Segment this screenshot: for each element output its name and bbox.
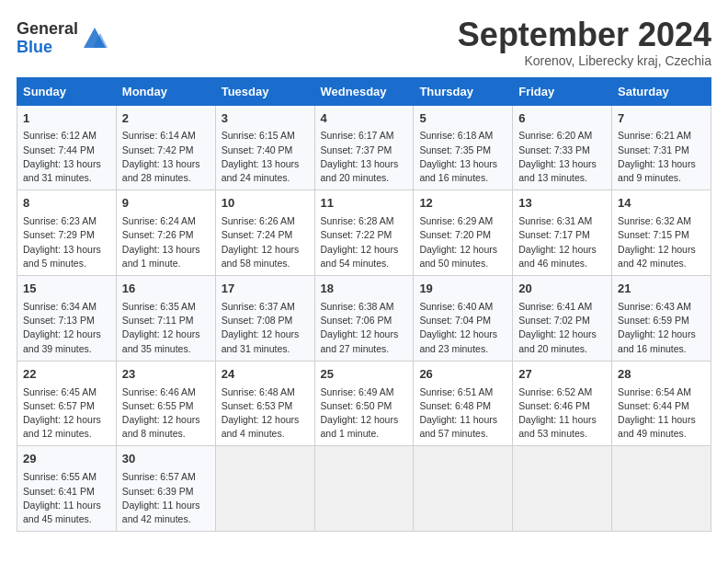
- calendar-cell: 19Sunrise: 6:40 AM Sunset: 7:04 PM Dayli…: [414, 276, 513, 362]
- calendar-cell: [513, 446, 612, 532]
- day-number: 8: [23, 195, 110, 213]
- month-title: September 2024: [458, 17, 711, 53]
- day-number: 11: [321, 195, 408, 213]
- day-number: 2: [122, 110, 210, 128]
- page: General Blue September 2024 Korenov, Lib…: [0, 0, 728, 548]
- day-number: 12: [419, 195, 506, 213]
- calendar-cell: 2Sunrise: 6:14 AM Sunset: 7:42 PM Daylig…: [116, 105, 215, 190]
- calendar-cell: [215, 446, 314, 532]
- calendar-cell: [612, 446, 711, 532]
- weekday-header-sunday: Sunday: [17, 77, 117, 105]
- day-info: Sunrise: 6:49 AM Sunset: 6:50 PM Dayligh…: [321, 385, 408, 442]
- day-info: Sunrise: 6:51 AM Sunset: 6:48 PM Dayligh…: [419, 385, 506, 442]
- day-number: 24: [222, 366, 309, 384]
- day-number: 14: [618, 195, 705, 213]
- logo-blue-text: Blue: [17, 39, 78, 57]
- header: General Blue September 2024 Korenov, Lib…: [17, 17, 711, 68]
- day-number: 17: [222, 281, 309, 298]
- calendar-cell: [414, 446, 513, 532]
- calendar-cell: 16Sunrise: 6:35 AM Sunset: 7:11 PM Dayli…: [116, 276, 215, 362]
- weekday-header-monday: Monday: [116, 77, 215, 105]
- day-info: Sunrise: 6:52 AM Sunset: 6:46 PM Dayligh…: [518, 385, 606, 442]
- day-info: Sunrise: 6:54 AM Sunset: 6:44 PM Dayligh…: [618, 385, 705, 442]
- day-number: 19: [419, 281, 506, 298]
- weekday-header-friday: Friday: [513, 77, 612, 105]
- day-number: 29: [23, 451, 110, 468]
- calendar-table: SundayMondayTuesdayWednesdayThursdayFrid…: [17, 77, 711, 533]
- day-info: Sunrise: 6:26 AM Sunset: 7:24 PM Dayligh…: [222, 214, 309, 270]
- weekday-header-thursday: Thursday: [414, 77, 513, 105]
- day-number: 6: [518, 110, 606, 128]
- calendar-cell: 4Sunrise: 6:17 AM Sunset: 7:37 PM Daylig…: [314, 105, 414, 190]
- calendar-cell: 7Sunrise: 6:21 AM Sunset: 7:31 PM Daylig…: [612, 105, 711, 190]
- day-number: 30: [122, 451, 210, 468]
- day-number: 4: [321, 110, 408, 128]
- calendar-cell: 17Sunrise: 6:37 AM Sunset: 7:08 PM Dayli…: [215, 276, 314, 362]
- logo-general-text: General: [17, 20, 78, 39]
- day-number: 15: [23, 281, 110, 298]
- day-info: Sunrise: 6:37 AM Sunset: 7:08 PM Dayligh…: [222, 300, 309, 356]
- calendar-cell: 13Sunrise: 6:31 AM Sunset: 7:17 PM Dayli…: [513, 190, 612, 276]
- day-number: 10: [222, 195, 309, 213]
- calendar-cell: 8Sunrise: 6:23 AM Sunset: 7:29 PM Daylig…: [17, 190, 117, 276]
- day-info: Sunrise: 6:18 AM Sunset: 7:35 PM Dayligh…: [419, 129, 506, 185]
- logo-icon: [82, 26, 108, 52]
- day-info: Sunrise: 6:55 AM Sunset: 6:41 PM Dayligh…: [23, 470, 110, 526]
- weekday-header-row: SundayMondayTuesdayWednesdayThursdayFrid…: [17, 77, 711, 105]
- day-info: Sunrise: 6:17 AM Sunset: 7:37 PM Dayligh…: [321, 129, 408, 185]
- day-info: Sunrise: 6:40 AM Sunset: 7:04 PM Dayligh…: [419, 300, 506, 356]
- calendar-cell: 11Sunrise: 6:28 AM Sunset: 7:22 PM Dayli…: [314, 190, 414, 276]
- calendar-cell: 29Sunrise: 6:55 AM Sunset: 6:41 PM Dayli…: [17, 446, 117, 532]
- day-info: Sunrise: 6:15 AM Sunset: 7:40 PM Dayligh…: [222, 129, 309, 185]
- day-number: 13: [518, 195, 606, 213]
- day-number: 20: [518, 281, 606, 298]
- day-number: 23: [122, 366, 210, 384]
- logo: General Blue: [17, 20, 108, 57]
- day-info: Sunrise: 6:21 AM Sunset: 7:31 PM Dayligh…: [618, 129, 705, 185]
- calendar-week-row: 1Sunrise: 6:12 AM Sunset: 7:44 PM Daylig…: [17, 105, 711, 190]
- calendar-week-row: 8Sunrise: 6:23 AM Sunset: 7:29 PM Daylig…: [17, 190, 711, 276]
- day-number: 26: [419, 366, 506, 384]
- calendar-cell: 10Sunrise: 6:26 AM Sunset: 7:24 PM Dayli…: [215, 190, 314, 276]
- day-number: 18: [321, 281, 408, 298]
- calendar-cell: 15Sunrise: 6:34 AM Sunset: 7:13 PM Dayli…: [17, 276, 117, 362]
- calendar-cell: 25Sunrise: 6:49 AM Sunset: 6:50 PM Dayli…: [314, 361, 414, 446]
- calendar-cell: 24Sunrise: 6:48 AM Sunset: 6:53 PM Dayli…: [215, 361, 314, 446]
- calendar-cell: 12Sunrise: 6:29 AM Sunset: 7:20 PM Dayli…: [414, 190, 513, 276]
- calendar-cell: 28Sunrise: 6:54 AM Sunset: 6:44 PM Dayli…: [612, 361, 711, 446]
- calendar-cell: 18Sunrise: 6:38 AM Sunset: 7:06 PM Dayli…: [314, 276, 414, 362]
- day-info: Sunrise: 6:46 AM Sunset: 6:55 PM Dayligh…: [122, 385, 210, 442]
- day-info: Sunrise: 6:32 AM Sunset: 7:15 PM Dayligh…: [618, 214, 705, 270]
- day-info: Sunrise: 6:48 AM Sunset: 6:53 PM Dayligh…: [222, 385, 309, 442]
- day-number: 7: [618, 110, 705, 128]
- day-number: 27: [518, 366, 606, 384]
- title-block: September 2024 Korenov, Liberecky kraj, …: [458, 17, 711, 68]
- calendar-week-row: 29Sunrise: 6:55 AM Sunset: 6:41 PM Dayli…: [17, 446, 711, 532]
- calendar-cell: 1Sunrise: 6:12 AM Sunset: 7:44 PM Daylig…: [17, 105, 117, 190]
- day-info: Sunrise: 6:20 AM Sunset: 7:33 PM Dayligh…: [518, 129, 606, 185]
- day-number: 3: [222, 110, 309, 128]
- day-info: Sunrise: 6:41 AM Sunset: 7:02 PM Dayligh…: [518, 300, 606, 356]
- calendar-cell: [314, 446, 414, 532]
- calendar-cell: 23Sunrise: 6:46 AM Sunset: 6:55 PM Dayli…: [116, 361, 215, 446]
- calendar-cell: 3Sunrise: 6:15 AM Sunset: 7:40 PM Daylig…: [215, 105, 314, 190]
- weekday-header-wednesday: Wednesday: [314, 77, 414, 105]
- calendar-cell: 21Sunrise: 6:43 AM Sunset: 6:59 PM Dayli…: [612, 276, 711, 362]
- calendar-cell: 5Sunrise: 6:18 AM Sunset: 7:35 PM Daylig…: [414, 105, 513, 190]
- calendar-cell: 27Sunrise: 6:52 AM Sunset: 6:46 PM Dayli…: [513, 361, 612, 446]
- day-info: Sunrise: 6:34 AM Sunset: 7:13 PM Dayligh…: [23, 300, 110, 356]
- calendar-cell: 22Sunrise: 6:45 AM Sunset: 6:57 PM Dayli…: [17, 361, 117, 446]
- calendar-cell: 30Sunrise: 6:57 AM Sunset: 6:39 PM Dayli…: [116, 446, 215, 532]
- day-number: 9: [122, 195, 210, 213]
- day-number: 22: [23, 366, 110, 384]
- day-info: Sunrise: 6:23 AM Sunset: 7:29 PM Dayligh…: [23, 214, 110, 270]
- calendar-cell: 14Sunrise: 6:32 AM Sunset: 7:15 PM Dayli…: [612, 190, 711, 276]
- weekday-header-saturday: Saturday: [612, 77, 711, 105]
- calendar-cell: 6Sunrise: 6:20 AM Sunset: 7:33 PM Daylig…: [513, 105, 612, 190]
- subtitle: Korenov, Liberecky kraj, Czechia: [458, 53, 711, 68]
- day-info: Sunrise: 6:45 AM Sunset: 6:57 PM Dayligh…: [23, 385, 110, 442]
- day-number: 1: [23, 110, 110, 128]
- calendar-cell: 26Sunrise: 6:51 AM Sunset: 6:48 PM Dayli…: [414, 361, 513, 446]
- day-number: 5: [419, 110, 506, 128]
- day-info: Sunrise: 6:28 AM Sunset: 7:22 PM Dayligh…: [321, 214, 408, 270]
